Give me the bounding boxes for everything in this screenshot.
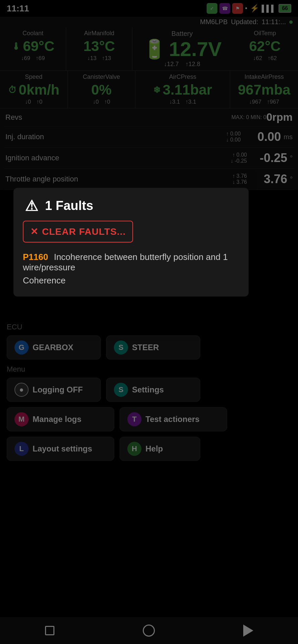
fault-code-row: P1160 Incoherence between butterfly posi…	[23, 252, 239, 273]
clear-faults-label: CLEAR FAULTS...	[42, 226, 126, 237]
clear-faults-x-icon: ✕	[30, 226, 38, 237]
clear-faults-button[interactable]: ✕ CLEAR FAULTS...	[23, 221, 133, 243]
modal-overlay	[0, 0, 298, 644]
fault-modal-title: ⚠ 1 Faults	[23, 197, 239, 214]
fault-modal: ⚠ 1 Faults ✕ CLEAR FAULTS... P1160 Incoh…	[13, 188, 249, 297]
warning-icon: ⚠	[23, 197, 40, 214]
fault-type: Coherence	[23, 275, 239, 286]
fault-count-label: 1 Faults	[45, 199, 93, 213]
fault-code-desc: Incoherence between butterfly position a…	[23, 252, 228, 272]
fault-code-id: P1160	[23, 252, 48, 262]
